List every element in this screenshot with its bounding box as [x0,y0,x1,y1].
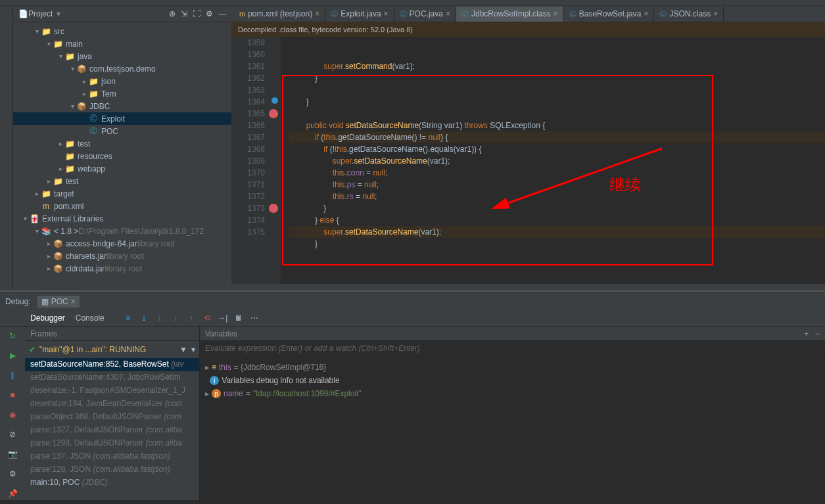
frame-row[interactable]: parse:1293, DefaultJSONParser (com.aliba [25,437,199,450]
debug-bar: Debug: ▦ POC × [0,292,825,309]
settings-icon[interactable]: ⚙ [6,467,19,480]
tree-item[interactable]: ▾📦com.testjson.demo [13,62,231,75]
tree-item[interactable]: ▾📚< 1.8 > D:\Program Files\Java\jdk1.8.0… [13,225,231,237]
frame-row[interactable]: parse:128, JSON (com.alibaba.fastjson) [25,463,199,476]
tree-item[interactable]: ▸📦charsets.jar library root [13,250,231,262]
editor-tabs[interactable]: mpom.xml (testjson)×ⒸExploit.java×ⒸPOC.j… [231,6,825,22]
mute-bp-icon[interactable]: ⊘ [6,428,19,441]
project-sidebar: 📄 Project ▾ ⊕ ⇲ ⛶ ⚙ — ▾📁src▾📁main▾📁java▾… [13,6,231,290]
tree-item[interactable]: ▾📁java [13,50,231,62]
close-icon[interactable]: × [644,9,648,18]
check-icon: ✔ [29,345,35,354]
frames-title: Frames [25,327,199,341]
console-tab[interactable]: Console [72,311,108,325]
camera-icon[interactable]: 📷 [6,447,19,461]
expand-icon[interactable]: ⛶ [193,9,200,18]
editor-tab[interactable]: ⒸExploit.java× [325,7,394,22]
locate-icon[interactable]: ⊕ [169,9,176,18]
pin-icon[interactable]: 📌 [6,487,19,500]
close-icon[interactable]: × [315,9,319,18]
close-icon[interactable]: × [713,9,718,18]
debug-side-toolbar: ↻ ▶ ∥ ■ ◉ ⊘ 📷 ⚙ 📌 [0,327,25,500]
project-title: Project [28,9,53,18]
tree-item[interactable]: ▸📁target [13,187,231,200]
thread-selector[interactable]: ✔ "main"@1 in ...ain": RUNNING ▼ ▾ [25,341,199,358]
frame-row[interactable]: parse:1327, DefaultJSONParser (com.aliba [25,424,199,437]
gear-icon[interactable]: ⚙ [206,9,213,18]
tree-item[interactable]: ⒸExploit [13,112,231,125]
editor-tab[interactable]: ⒸJSON.class× [654,7,724,22]
resume-icon[interactable]: ▶ [6,349,19,362]
gutter[interactable]: 1359136013611362136313641365136613671368… [231,37,281,284]
debugger-tab[interactable]: Debugger [26,311,69,325]
tree-item[interactable]: ▸📁webapp [13,162,231,175]
frame-row[interactable]: setDataSourceName:4307, JdbcRowSetIm [25,371,199,384]
tree-item[interactable]: 📁resources [13,150,231,162]
add-watch-icon[interactable]: + [804,329,809,338]
frame-row[interactable]: main:10, POC (JDBC) [25,476,199,490]
left-stripe [0,6,13,290]
rerun-icon[interactable]: ↻ [6,329,19,342]
close-icon[interactable]: × [554,9,558,18]
frame-row[interactable]: deserialze:184, JavaBeanDeserializer (co… [25,398,199,411]
debug-label: Debug: [5,297,31,306]
tree-item[interactable]: ▾📁main [13,37,231,50]
hide-icon[interactable]: — [218,9,226,18]
tree-item[interactable]: ▸📁test [13,137,231,150]
app-icon: ▦ [41,297,49,306]
tree-item[interactable]: ▾🀄External Libraries [13,212,231,225]
frames-panel: Frames ✔ "main"@1 in ...ain": RUNNING ▼ … [25,327,200,500]
variables-tree[interactable]: ▸≡ this = {JdbcRowSetImpl@716} i Variabl… [200,358,825,500]
tree-item[interactable]: ▸📁Tem [13,87,231,100]
tree-item[interactable]: ▸📁json [13,75,231,87]
frame-row[interactable]: parseObject:368, DefaultJSONParser (com [25,411,199,424]
tree-item[interactable]: ▸📦cldrdata.jar library root [13,262,231,275]
tree-item[interactable]: ▸📁test [13,175,231,187]
close-icon[interactable]: × [384,9,389,18]
tree-item[interactable]: mpom.xml [13,200,231,212]
step-into-icon[interactable]: ⤓ [137,311,151,325]
close-icon[interactable]: × [71,297,76,306]
h-scrollbar[interactable] [231,284,825,290]
var-row[interactable]: i Variables debug info not available [205,374,820,387]
var-hint[interactable]: Evaluate expression (Enter) or add a wat… [200,341,825,358]
decompile-banner: Decompiled .class file, bytecode version… [231,22,825,37]
vars-title: Variables [205,329,237,338]
close-icon[interactable]: × [446,9,450,18]
step-over-icon[interactable]: ≡ [122,311,135,325]
filter-icon[interactable]: ▼ [179,345,187,354]
frame-row[interactable]: parse:137, JSON (com.alibaba.fastjson) [25,450,199,463]
frame-row[interactable]: setDataSourceName:852, BaseRowSet (jav [25,358,199,371]
collapse-icon[interactable]: ⇲ [181,9,187,18]
evaluate-icon[interactable]: 🖩 [232,311,245,325]
more-icon[interactable]: ⋯ [248,311,261,325]
variables-panel: Variables + − Evaluate expression (Enter… [200,327,825,500]
code-area[interactable]: super.setCommand(var1); } } public void … [281,37,825,284]
editor-tab[interactable]: ⒸPOC.java× [394,7,456,22]
force-step-icon[interactable]: ↓ [169,311,182,325]
tree-item[interactable]: ▾📦JDBC [13,100,231,112]
stop-icon[interactable]: ■ [6,388,19,401]
editor-tab[interactable]: mpom.xml (testjson)× [234,7,325,22]
drop-frame-icon[interactable]: ⟲ [200,311,214,325]
dropdown-icon[interactable]: ▾ [191,345,195,354]
remove-watch-icon[interactable]: − [815,329,820,338]
editor-tab[interactable]: ⒸJdbcRowSetImpl.class× [456,7,564,22]
pause-icon[interactable]: ∥ [6,369,19,382]
editor-tab[interactable]: ⒸBaseRowSet.java× [564,7,655,22]
frame-row[interactable]: deserialze:-1, FastjsonASMDeserializer_1… [25,384,199,398]
debug-tab-poc[interactable]: ▦ POC × [37,296,80,308]
tree-item[interactable]: ▸📦access-bridge-64.jar library root [13,237,231,250]
project-tree[interactable]: ▾📁src▾📁main▾📁java▾📦com.testjson.demo▸📁js… [13,22,231,290]
tree-item[interactable]: ⒸPOC [13,125,231,137]
view-bp-icon[interactable]: ◉ [6,408,19,421]
project-header: 📄 Project ▾ ⊕ ⇲ ⛶ ⚙ — [13,6,231,22]
frames-list[interactable]: setDataSourceName:852, BaseRowSet (javse… [25,358,199,500]
step-out-icon[interactable]: ↑ [185,311,198,325]
tree-item[interactable]: ▾📁src [13,25,231,37]
annotation-text: 继续 [609,179,641,191]
step-down-icon[interactable]: ↓ [153,311,166,325]
var-row[interactable]: ▸≡ this = {JdbcRowSetImpl@716} [205,361,820,374]
var-row[interactable]: ▸p name = "ldap://localhost:1099/#Exploi… [205,387,820,400]
run-to-cursor-icon[interactable]: →| [216,311,229,325]
